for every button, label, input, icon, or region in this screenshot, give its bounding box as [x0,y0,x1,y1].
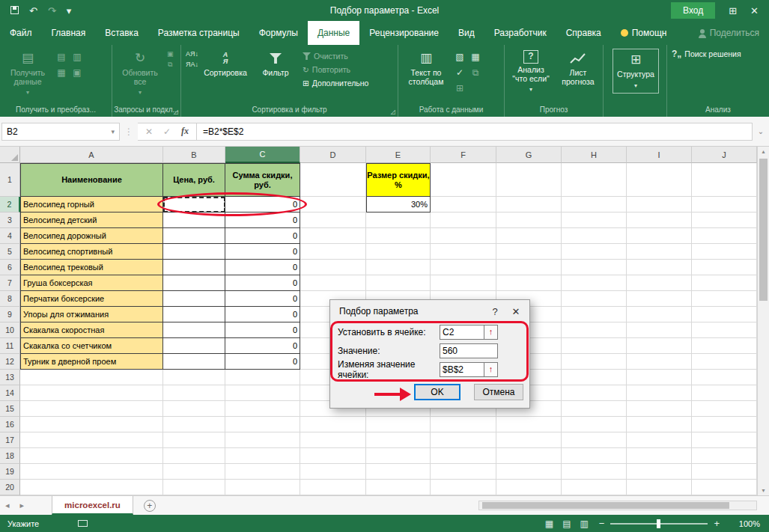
cell-E3[interactable] [366,213,431,228]
refresh-all-button[interactable]: ↻ Обновить все ▾ [117,49,163,97]
row-header-3[interactable]: 3 [0,213,20,228]
cell-B5[interactable] [163,244,225,260]
cell-I4[interactable] [627,228,692,244]
outline-button[interactable]: ⊞ Структура ▾ [613,49,659,94]
macro-record-icon[interactable] [78,520,88,527]
edit-links-icon[interactable]: ⧉ [167,61,174,69]
consolidate-icon[interactable]: ⧉ [469,66,482,79]
cell-J8[interactable] [692,291,757,307]
cell-B4[interactable] [163,228,225,244]
row-header-6[interactable]: 6 [0,260,20,275]
sheet-tab-microexcel[interactable]: microexcel.ru [52,496,133,515]
cell-H18[interactable] [562,448,627,464]
cell-A18[interactable] [20,448,163,464]
cell-G18[interactable] [496,448,562,464]
cell-I13[interactable] [627,370,692,385]
cancel-formula-icon[interactable]: ✕ [141,126,157,137]
cell-H9[interactable] [562,307,627,322]
cell-J6[interactable] [692,260,757,275]
cell-F7[interactable] [431,275,496,291]
dialog-launcher-icon[interactable]: ◿ [174,108,178,115]
cell-J4[interactable] [692,228,757,244]
dialog-close-button[interactable]: ✕ [505,303,526,319]
cell-H15[interactable] [562,401,627,417]
column-header-C[interactable]: C [225,147,300,163]
cell-F5[interactable] [431,244,496,260]
text-to-columns-button[interactable]: ▥ Текст по столбцам [403,49,449,86]
column-header-I[interactable]: I [627,147,692,163]
cell-B11[interactable] [163,338,225,354]
normal-view-icon[interactable]: ▦ [541,519,558,529]
recent-sources-icon[interactable]: ▣ [70,66,84,79]
cell-J19[interactable] [692,464,757,480]
cell-C15[interactable] [225,401,300,417]
dialog-title-bar[interactable]: Подбор параметра ? ✕ [330,300,529,322]
ribbon-display-options-icon[interactable]: ⊞ [729,6,737,16]
column-header-J[interactable]: J [692,147,757,163]
tab-developer[interactable]: Разработчик [484,21,556,45]
row-header-19[interactable]: 19 [0,464,20,480]
select-all-button[interactable] [0,147,20,163]
redo-button[interactable]: ↷ [48,6,56,16]
cell-E1[interactable]: Размер скидки, % [366,163,431,197]
scroll-down-icon[interactable]: ▾ [758,487,769,494]
cell-B9[interactable] [163,307,225,322]
cell-A20[interactable] [20,480,163,495]
forecast-sheet-button[interactable]: Лист прогноза [556,49,600,86]
cell-B17[interactable] [163,432,225,448]
cell-A6[interactable]: Велосипед трековый [20,260,163,275]
cell-J2[interactable] [692,197,757,213]
cell-C16[interactable] [225,417,300,432]
row-header-8[interactable]: 8 [0,291,20,307]
row-header-12[interactable]: 12 [0,354,20,370]
column-header-F[interactable]: F [431,147,496,163]
cell-A2[interactable]: Велосипед горный [20,197,163,213]
cell-G3[interactable] [496,213,562,228]
cell-D18[interactable] [300,448,366,464]
sort-asc-icon[interactable]: АЯ↓ [186,50,198,58]
cell-H12[interactable] [562,354,627,370]
sheet-nav-right-icon[interactable]: ▸ [15,501,30,510]
cell-D19[interactable] [300,464,366,480]
zoom-out-button[interactable]: − [593,518,611,529]
cell-H13[interactable] [562,370,627,385]
zoom-in-button[interactable]: + [708,518,726,529]
cell-F1[interactable] [431,163,496,197]
relationships-icon[interactable]: ⊞ [453,82,466,95]
cell-C3[interactable]: 0 [225,213,300,228]
cell-D17[interactable] [300,432,366,448]
cell-B12[interactable] [163,354,225,370]
tab-data[interactable]: Данные [308,21,359,45]
cell-I18[interactable] [627,448,692,464]
cell-C8[interactable]: 0 [225,291,300,307]
cell-J5[interactable] [692,244,757,260]
cell-I15[interactable] [627,401,692,417]
cell-J11[interactable] [692,338,757,354]
tab-help[interactable]: Справка [556,21,611,45]
advanced-button[interactable]: ⊞ Дополнительно [303,79,368,88]
vertical-scroll-thumb[interactable] [759,159,768,301]
cell-H20[interactable] [562,480,627,495]
tab-view[interactable]: Вид [449,21,484,45]
column-header-G[interactable]: G [496,147,562,163]
cell-A15[interactable] [20,401,163,417]
zoom-slider[interactable] [610,523,708,525]
cell-H16[interactable] [562,417,627,432]
cell-C18[interactable] [225,448,300,464]
cell-J1[interactable] [692,163,757,197]
row-header-9[interactable]: 9 [0,307,20,322]
vertical-scrollbar[interactable]: ▴ ▾ [757,147,769,495]
flash-fill-icon[interactable]: ▧ [453,50,466,64]
cell-E18[interactable] [366,448,431,464]
cell-F6[interactable] [431,260,496,275]
cell-A1[interactable]: Наименование [20,163,163,197]
cell-F4[interactable] [431,228,496,244]
from-table-icon[interactable]: ▦ [55,66,68,79]
cell-F16[interactable] [431,417,496,432]
cell-C19[interactable] [225,464,300,480]
cell-G4[interactable] [496,228,562,244]
column-header-B[interactable]: B [163,147,225,163]
tab-file[interactable]: Файл [0,21,42,45]
column-header-D[interactable]: D [300,147,366,163]
from-web-icon[interactable]: ▥ [70,50,84,64]
